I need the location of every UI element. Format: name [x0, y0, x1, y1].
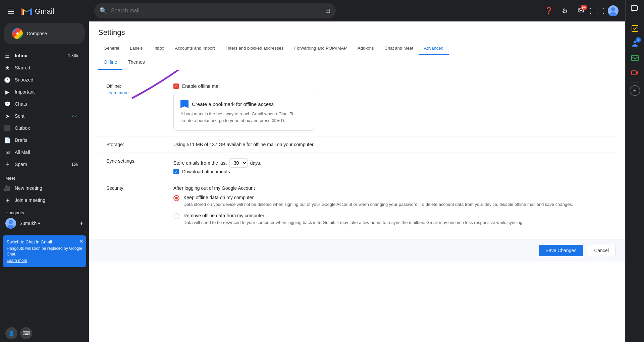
- sync-days-select[interactable]: 7 30 90: [229, 158, 248, 168]
- sidebar-item-join-meeting[interactable]: ⊞ Join a meeting: [0, 194, 84, 206]
- tab-filters[interactable]: Filters and blocked addresses: [220, 42, 289, 55]
- right-sidebar-tasks-icon[interactable]: [628, 22, 642, 35]
- drafts-icon: 📄: [4, 137, 11, 144]
- bookmark-card-header: Create a bookmark for offline access: [180, 100, 307, 108]
- keep-data-desc: Data stored on your device will not be d…: [183, 202, 573, 207]
- download-checkbox[interactable]: [173, 169, 179, 174]
- save-changes-button[interactable]: Save Changes: [539, 245, 583, 256]
- right-sidebar-mail-icon[interactable]: [628, 51, 642, 65]
- cancel-button[interactable]: Cancel: [587, 245, 616, 256]
- search-icon: 🔍: [100, 7, 107, 14]
- mail-notification-icon[interactable]: ✉ 9+: [574, 4, 588, 17]
- settings-icon[interactable]: ⚙: [558, 4, 572, 17]
- gmail-text-label: Gmail: [35, 7, 54, 16]
- right-sidebar-chat-icon[interactable]: [628, 3, 642, 16]
- star-icon: ★: [4, 65, 11, 71]
- notification-close-button[interactable]: ✕: [79, 238, 84, 244]
- sidebar-item-starred[interactable]: ★ Starred: [0, 62, 84, 74]
- account-icon[interactable]: 👤: [5, 327, 17, 339]
- main-content: 🔍 ⊞ ❓ ⚙ ✉ 9+ ⋮⋮⋮ Settings General Labels…: [89, 0, 625, 342]
- hamburger-menu[interactable]: [5, 6, 17, 17]
- right-sidebar-contacts-icon[interactable]: ●: [628, 37, 642, 50]
- allmail-label: All Mail: [15, 150, 78, 155]
- storage-text: Using 511 MB of 137 GB available for off…: [173, 142, 314, 147]
- google-apps-icon[interactable]: ⋮⋮⋮: [590, 4, 604, 17]
- sync-label: Sync settings:: [106, 158, 173, 174]
- tab-general[interactable]: General: [98, 42, 124, 55]
- sidebar-item-chats[interactable]: 💬 Chats: [0, 98, 84, 110]
- subtab-themes[interactable]: Themes: [122, 55, 150, 70]
- sidebar-item-important[interactable]: ▶ Important: [0, 86, 84, 98]
- storage-row: Storage: Using 511 MB of 137 GB availabl…: [98, 136, 616, 153]
- topbar: 🔍 ⊞ ❓ ⚙ ✉ 9+ ⋮⋮⋮: [89, 0, 625, 21]
- subtab-offline[interactable]: Offline: [98, 55, 122, 70]
- notification-title: Switch to Chat in Gmail: [7, 239, 82, 244]
- spam-label: Spam: [15, 162, 67, 167]
- hangouts-add-button[interactable]: +: [79, 220, 84, 227]
- avatar[interactable]: [606, 4, 620, 17]
- spam-icon: ⚠: [4, 161, 11, 168]
- contacts-badge: ●: [636, 37, 641, 43]
- outbox-label: Outbox: [15, 125, 78, 131]
- download-attachments-toggle[interactable]: Download attachments: [173, 169, 608, 174]
- bookmark-title: Create a bookmark for offline access: [192, 101, 274, 107]
- sidebar-item-snoozed[interactable]: 🕐 Snoozed: [0, 74, 84, 86]
- tab-chat[interactable]: Chat and Meet: [379, 42, 419, 55]
- sync-content: Store emails from the last 7 30 90 days.: [173, 158, 608, 174]
- compose-button[interactable]: + Compose: [4, 23, 85, 44]
- tab-labels[interactable]: Labels: [124, 42, 148, 55]
- offline-enable-row: Offline: Learn more: [98, 78, 616, 136]
- hangouts-title: Hangouts: [5, 210, 84, 215]
- bookmark-card: Create a bookmark for offline access A b…: [173, 93, 314, 131]
- svg-rect-14: [632, 71, 636, 75]
- bookmark-body: A bookmark is the best way to reach Gmai…: [180, 111, 307, 124]
- inbox-label: Inbox: [15, 53, 64, 58]
- sidebar-item-drafts[interactable]: 📄 Drafts: [0, 134, 84, 146]
- meet-section-label: Meet: [0, 170, 89, 182]
- sidebar-item-spam[interactable]: ⚠ Spam 156: [0, 158, 84, 170]
- search-input[interactable]: [111, 8, 321, 14]
- sidebar-item-inbox[interactable]: ☰ Inbox 1,865: [0, 50, 84, 62]
- sidebar-item-sent[interactable]: ➤ Sent ✓✓: [0, 110, 84, 122]
- mail-badge: 9+: [581, 5, 587, 10]
- gmail-logo: Gmail: [21, 5, 54, 17]
- right-sidebar-add-button[interactable]: +: [630, 85, 640, 96]
- compose-label: Compose: [27, 31, 47, 36]
- tab-addons[interactable]: Add-ons: [352, 42, 379, 55]
- sent-label: Sent: [15, 113, 67, 119]
- help-icon[interactable]: ❓: [542, 4, 555, 17]
- remove-data-option[interactable]: Remove offline data from my computer Dat…: [173, 213, 608, 226]
- enable-offline-label: Enable offline mail: [182, 83, 220, 89]
- search-filter-icon[interactable]: ⊞: [325, 7, 330, 14]
- important-icon: ▶: [4, 89, 11, 95]
- notification-body: Hangouts will soon be replaced by Google…: [7, 246, 82, 257]
- tab-forwarding[interactable]: Forwarding and POP/IMAP: [289, 42, 352, 55]
- right-sidebar-meet-icon[interactable]: [628, 66, 642, 79]
- spam-count: 156: [71, 162, 78, 167]
- svg-rect-9: [631, 6, 637, 10]
- enable-offline-toggle[interactable]: Enable offline mail: [173, 83, 608, 89]
- tab-inbox[interactable]: Inbox: [148, 42, 170, 55]
- sidebar-item-new-meeting[interactable]: 🎥 New meeting: [0, 182, 84, 194]
- tab-accounts[interactable]: Accounts and Import: [169, 42, 220, 55]
- offline-learn-more-link[interactable]: Learn more: [106, 90, 167, 95]
- hangouts-user: Sumukh ▾ +: [5, 218, 84, 229]
- sent-icon: ➤: [4, 113, 11, 119]
- remove-data-text: Remove offline data from my computer Dat…: [183, 213, 524, 226]
- security-row: Security: After logging out of my Google…: [98, 180, 616, 236]
- allmail-icon: ✉: [4, 149, 11, 156]
- notification-learn-more-link[interactable]: Learn more: [7, 258, 27, 263]
- enable-offline-checkbox[interactable]: [173, 83, 179, 89]
- security-content: After logging out of my Google Account K…: [173, 185, 608, 231]
- keep-data-radio[interactable]: [173, 195, 179, 201]
- keep-data-option[interactable]: Keep offline data on my computer Data st…: [173, 195, 608, 208]
- sidebar-item-allmail[interactable]: ✉ All Mail: [0, 146, 84, 158]
- remove-data-radio[interactable]: [173, 213, 179, 219]
- hangouts-username: Sumukh ▾: [19, 221, 40, 226]
- offline-section: Offline: Learn more: [98, 78, 616, 236]
- sidebar-item-outbox[interactable]: ⬛ Outbox: [0, 122, 84, 134]
- keyboard-shortcuts-icon[interactable]: ⌨: [20, 327, 32, 339]
- chats-label: Chats: [15, 101, 78, 107]
- chats-icon: 💬: [4, 101, 11, 107]
- tab-advanced[interactable]: Advanced: [419, 42, 449, 55]
